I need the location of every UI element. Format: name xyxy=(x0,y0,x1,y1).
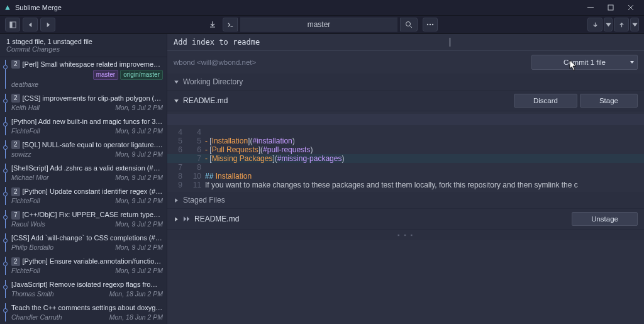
staged-files-label: Staged Files xyxy=(183,196,225,204)
search-button[interactable] xyxy=(400,18,418,31)
change-count-badge: 2 xyxy=(11,140,20,149)
main-toolbar xyxy=(0,15,644,34)
svg-rect-6 xyxy=(9,21,12,27)
commit-title: [CSS] Add `will-change` to CSS completio… xyxy=(11,233,163,243)
commit-author: wbond <will@wbond.net> xyxy=(174,59,256,66)
commit-date: Mon, 9 Jul 2 PM xyxy=(115,150,163,159)
commit-title: [Perl] Small whitespace related improvem… xyxy=(23,60,163,69)
chevron-down-icon xyxy=(174,79,179,85)
push-button[interactable] xyxy=(614,18,629,31)
more-menu-button[interactable] xyxy=(423,18,438,31)
commit-title: [C++/ObjC] Fix: UPPER_CASE return types … xyxy=(23,210,163,220)
commit-item[interactable]: Teach the C++ comments settings about do… xyxy=(0,301,167,324)
pull-button[interactable] xyxy=(587,18,602,31)
commit-button[interactable]: Commit 1 file xyxy=(531,55,638,70)
commit-date: Mon, 18 Jun 2 PM xyxy=(109,313,163,321)
commit-title: [JavaScript] Remove isolated regexp flag… xyxy=(11,280,163,289)
push-menu-button[interactable] xyxy=(630,18,639,31)
commit-date: Mon, 9 Jul 2 PM xyxy=(115,266,163,275)
svg-marker-7 xyxy=(28,22,31,26)
svg-point-12 xyxy=(430,24,431,25)
commit-date: Mon, 9 Jul 2 PM xyxy=(115,103,163,112)
svg-marker-0 xyxy=(5,5,10,10)
commit-item[interactable]: [CSS] Add `will-change` to CSS completio… xyxy=(0,231,167,254)
change-count-badge: 2 xyxy=(11,94,20,103)
file-name: README.md xyxy=(194,215,239,223)
commit-title: [Python] Add new built-in and magic func… xyxy=(11,117,163,126)
commit-title: [Python] Update constant identifier rege… xyxy=(23,187,163,196)
commit-author: sowizz xyxy=(11,150,31,159)
commit-item[interactable]: 2[Python] Update constant identifier reg… xyxy=(0,184,167,208)
stage-button[interactable]: Stage xyxy=(580,94,638,108)
working-directory-header[interactable]: Working Directory xyxy=(167,74,644,91)
commit-item[interactable]: 2[SQL] NULL-safe equal to operator ligat… xyxy=(0,138,167,161)
sidebar-toggle-button[interactable] xyxy=(5,18,20,31)
discard-button[interactable]: Discard xyxy=(514,94,577,108)
svg-rect-1 xyxy=(587,7,594,8)
svg-point-9 xyxy=(406,22,411,26)
commit-item[interactable]: 7[C++/ObjC] Fix: UPPER_CASE return types… xyxy=(0,208,167,231)
svg-marker-15 xyxy=(632,23,637,26)
branch-tag: origin/master xyxy=(120,70,163,80)
close-button[interactable] xyxy=(621,1,640,14)
chevron-right-icon xyxy=(174,198,179,203)
staged-files-header[interactable]: Staged Files xyxy=(167,192,644,209)
unstaged-file-row[interactable]: README.md Discard Stage xyxy=(167,91,644,111)
ff-icon xyxy=(183,215,191,223)
commit-item[interactable]: [JavaScript] Remove isolated regexp flag… xyxy=(0,277,167,301)
commit-date: Mon, 9 Jul 2 PM xyxy=(115,173,163,182)
change-count-badge: 7 xyxy=(11,211,20,220)
commit-date: Mon, 9 Jul 2 PM xyxy=(115,243,163,252)
commit-message-input[interactable] xyxy=(174,38,450,47)
chevron-down-icon[interactable] xyxy=(630,59,635,66)
svg-marker-21 xyxy=(184,216,186,221)
svg-marker-8 xyxy=(47,22,50,26)
commit-item[interactable]: 2[Perl] Small whitespace related improve… xyxy=(0,57,167,91)
minimize-button[interactable] xyxy=(581,1,600,14)
svg-marker-14 xyxy=(606,23,611,26)
commit-item[interactable]: 2[Python] Ensure variable.annotation/fun… xyxy=(0,254,167,277)
unstage-button[interactable]: Unstage xyxy=(572,212,638,226)
svg-marker-17 xyxy=(174,81,179,84)
resize-handle[interactable]: ▪ ▪ ▪ xyxy=(167,230,644,240)
commit-author: Chandler Carruth xyxy=(11,313,62,321)
sidebar-status[interactable]: 1 staged file, 1 unstaged file Commit Ch… xyxy=(0,34,167,57)
maximize-button[interactable] xyxy=(601,1,620,14)
sidebar-status-title: 1 staged file, 1 unstaged file xyxy=(6,38,160,45)
commit-title: [CSS] improvements for clip-path polygon… xyxy=(23,94,163,103)
svg-marker-19 xyxy=(175,198,178,203)
commit-author: Thomas Smith xyxy=(11,289,54,298)
window-title: Sublime Merge xyxy=(15,4,62,11)
chevron-down-icon xyxy=(174,98,179,104)
commit-author: FichteFoll xyxy=(11,126,40,135)
commit-author: deathaxe xyxy=(11,80,38,89)
prompt-icon[interactable] xyxy=(223,18,238,31)
nav-back-button[interactable] xyxy=(23,18,38,31)
commit-item[interactable]: [Python] Add new built-in and magic func… xyxy=(0,115,167,138)
commit-title: [Python] Ensure variable.annotation/func… xyxy=(23,257,163,266)
commit-author: FichteFoll xyxy=(11,196,40,205)
branch-selector[interactable] xyxy=(240,18,397,31)
svg-marker-16 xyxy=(630,61,634,64)
commit-item[interactable]: 2[CSS] improvements for clip-path polygo… xyxy=(0,91,167,115)
commit-date: Mon, 9 Jul 2 PM xyxy=(115,220,163,228)
change-count-badge: 2 xyxy=(11,60,20,69)
commit-author: Philip Bordallo xyxy=(11,243,53,252)
chevron-right-icon xyxy=(174,216,179,222)
download-icon[interactable] xyxy=(205,18,220,31)
commit-title: [ShellScript] Add .zshrc as a valid exte… xyxy=(11,164,163,173)
branch-tag: master xyxy=(93,70,119,80)
commit-item[interactable]: [ShellScript] Add .zshrc as a valid exte… xyxy=(0,161,167,184)
pull-menu-button[interactable] xyxy=(604,18,613,31)
app-logo-icon xyxy=(4,4,11,11)
nav-forward-button[interactable] xyxy=(40,18,55,31)
svg-point-11 xyxy=(427,24,428,25)
commit-date: Mon, 18 Jun 2 PM xyxy=(109,289,163,298)
staged-file-row[interactable]: README.md Unstage xyxy=(167,209,644,230)
sidebar-status-sub: Commit Changes xyxy=(6,45,160,53)
commit-author: FichteFoll xyxy=(11,266,40,275)
commit-author: Keith Hall xyxy=(11,103,40,112)
change-count-badge: 2 xyxy=(11,257,20,266)
commit-title: Teach the C++ comments settings about do… xyxy=(11,303,163,313)
commit-title: [SQL] NULL-safe equal to operator ligatu… xyxy=(23,140,163,150)
